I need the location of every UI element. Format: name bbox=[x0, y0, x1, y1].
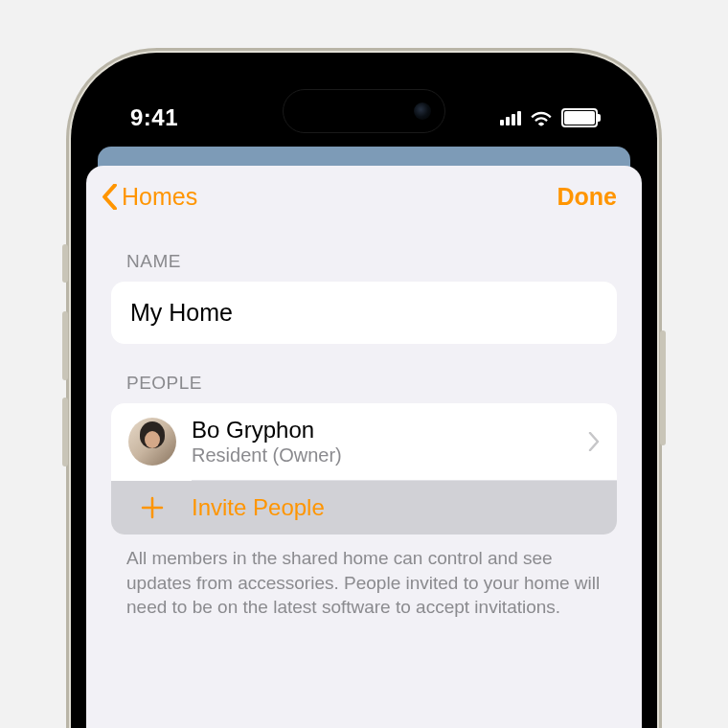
person-row[interactable]: Bo Gryphon Resident (Owner) bbox=[111, 403, 617, 480]
back-button[interactable]: Homes bbox=[102, 183, 197, 211]
people-footer-text: All members in the shared home can contr… bbox=[86, 535, 642, 620]
chevron-left-icon bbox=[102, 184, 118, 210]
back-label: Homes bbox=[122, 183, 197, 211]
person-info: Bo Gryphon Resident (Owner) bbox=[192, 417, 573, 466]
people-card: Bo Gryphon Resident (Owner) Invite Peopl… bbox=[111, 403, 617, 535]
plus-icon bbox=[128, 494, 176, 521]
cellular-icon bbox=[500, 110, 521, 125]
invite-people-button[interactable]: Invite People bbox=[111, 481, 617, 535]
people-section-header: PEOPLE bbox=[86, 344, 642, 403]
invite-label: Invite People bbox=[192, 494, 325, 521]
avatar bbox=[128, 418, 176, 466]
name-section-header: NAME bbox=[86, 222, 642, 282]
battery-icon bbox=[561, 108, 598, 127]
person-role: Resident (Owner) bbox=[192, 444, 573, 466]
status-time: 9:41 bbox=[130, 104, 178, 131]
nav-bar: Homes Done bbox=[86, 166, 642, 222]
side-button bbox=[62, 311, 68, 380]
person-name: Bo Gryphon bbox=[192, 417, 573, 444]
done-button[interactable]: Done bbox=[557, 183, 618, 211]
side-button bbox=[660, 330, 666, 445]
side-button bbox=[62, 244, 68, 283]
chevron-right-icon bbox=[588, 432, 600, 451]
phone-frame: 9:41 Homes Done bbox=[71, 53, 657, 728]
status-indicators bbox=[500, 108, 598, 127]
wifi-icon bbox=[530, 109, 553, 126]
home-name-field[interactable]: My Home bbox=[111, 282, 617, 344]
screen: 9:41 Homes Done bbox=[86, 68, 642, 728]
settings-sheet: Homes Done NAME My Home PEOPLE Bo Grypho… bbox=[86, 166, 642, 728]
name-card: My Home bbox=[111, 282, 617, 344]
side-button bbox=[62, 398, 68, 466]
dynamic-island bbox=[283, 89, 445, 133]
